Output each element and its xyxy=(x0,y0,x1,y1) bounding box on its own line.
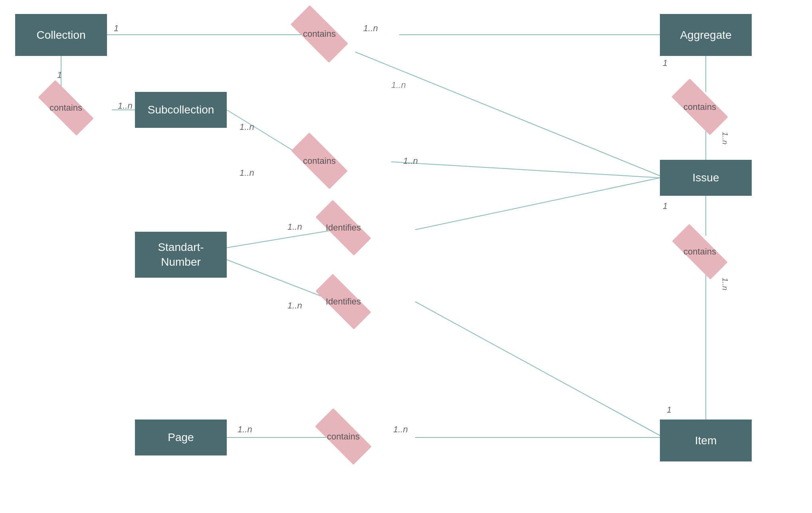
entity-issue: Issue xyxy=(660,160,752,196)
card-15: 1 xyxy=(667,405,671,415)
svg-line-8 xyxy=(391,162,660,178)
svg-line-12 xyxy=(415,302,660,435)
card-17: 1..n xyxy=(393,424,408,435)
card-5: 1 xyxy=(663,58,667,68)
svg-line-10 xyxy=(415,178,660,230)
card-14: 1..n xyxy=(721,278,729,290)
card-1: 1 xyxy=(114,23,119,34)
card-10: 1..n xyxy=(403,156,418,166)
svg-line-6 xyxy=(355,52,660,176)
diamond-contains-page: contains xyxy=(303,418,383,455)
card-9: 1..n xyxy=(240,168,254,178)
diagram-container: Collection Aggregate Subcollection Issue… xyxy=(0,0,812,513)
card-7: 1..n xyxy=(240,122,254,132)
diamond-contains-mid: contains xyxy=(279,142,359,180)
diamond-identifies-top: Identifies xyxy=(303,210,383,246)
entity-item: Item xyxy=(660,420,752,461)
entity-standart-number: Standart- Number xyxy=(135,232,227,278)
diamond-identifies-bot: Identifies xyxy=(303,284,383,320)
diamond-contains-right: contains xyxy=(660,88,740,126)
card-2: 1..n xyxy=(363,23,378,34)
card-12: 1..n xyxy=(287,300,302,311)
entity-collection: Collection xyxy=(15,14,107,56)
card-6: 1..n xyxy=(721,132,729,145)
card-3: 1 xyxy=(57,70,62,80)
diamond-contains-top: contains xyxy=(279,14,359,54)
entity-page: Page xyxy=(135,420,227,455)
card-16: 1..n xyxy=(238,424,252,435)
card-11: 1..n xyxy=(287,222,302,232)
card-4: 1..n xyxy=(118,101,133,111)
card-13: 1 xyxy=(663,201,667,211)
entity-aggregate: Aggregate xyxy=(660,14,752,56)
diamond-contains-left: contains xyxy=(26,90,106,126)
diamond-contains-issue: contains xyxy=(660,234,740,270)
card-8: 1..n xyxy=(391,80,406,90)
entity-subcollection: Subcollection xyxy=(135,92,227,128)
